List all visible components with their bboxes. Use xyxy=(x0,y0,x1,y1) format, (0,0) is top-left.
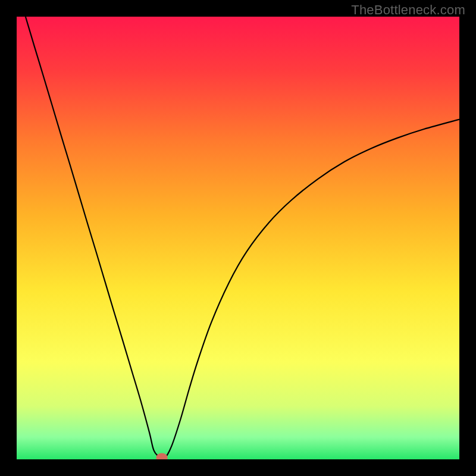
chart-frame: TheBottleneck.com xyxy=(0,0,476,476)
plot-area xyxy=(17,17,459,459)
gradient-background xyxy=(17,17,459,459)
watermark-text: TheBottleneck.com xyxy=(351,2,465,18)
chart-svg xyxy=(17,17,459,459)
